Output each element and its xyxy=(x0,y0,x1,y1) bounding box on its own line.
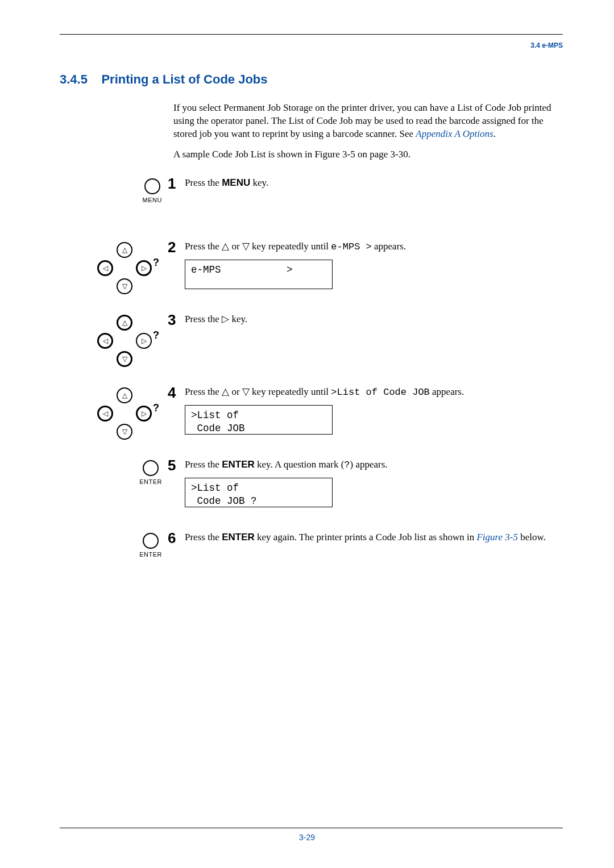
link-appendix-a-options[interactable]: Appendix A Options xyxy=(416,128,493,139)
t: Press the xyxy=(185,532,222,542)
link-figure-3-5[interactable]: Figure 3-5 on page 3-30 xyxy=(314,149,408,160)
right-triangle-icon: ▷ xyxy=(222,314,229,324)
t: appears. xyxy=(372,241,406,252)
step-2: △ ◁ ▷ ▽ ? 2 Press the △ or ▽ key repeate… xyxy=(60,240,563,301)
t: key repeatedly until xyxy=(250,386,331,397)
step-text: Press the ENTER key. A question mark (?)… xyxy=(185,459,388,470)
step-number: 3 xyxy=(168,312,185,327)
bold-key: ENTER xyxy=(222,459,255,470)
lcd-display: >List of Code JOB ? xyxy=(185,478,333,507)
menu-key-icon xyxy=(144,178,160,194)
enter-key-label: ENTER xyxy=(139,478,162,485)
step-1: MENU 1 Press the MENU key. xyxy=(60,176,563,228)
step-text: Press the △ or ▽ key repeatedly until e-… xyxy=(185,241,406,252)
right-key-icon: ▷ xyxy=(136,260,152,276)
step-6: ENTER 6 Press the ENTER key again. The p… xyxy=(60,531,563,576)
t: or xyxy=(229,241,242,252)
up-triangle-icon: △ xyxy=(222,386,229,397)
down-triangle-icon: ▽ xyxy=(242,241,250,252)
t: or xyxy=(229,386,242,397)
sample-paragraph: A sample Code Job List is shown in Figur… xyxy=(173,149,563,160)
t: appears. xyxy=(430,386,464,397)
t: ) appears. xyxy=(350,459,388,470)
t: Press the xyxy=(185,241,222,252)
down-key-icon: ▽ xyxy=(117,278,132,294)
down-key-icon: ▽ xyxy=(117,351,132,367)
t: Press the xyxy=(185,177,222,188)
t: key. xyxy=(250,177,268,188)
t: Press the xyxy=(185,386,222,397)
step-3: △ ◁ ▷ ▽ ? 3 Press the ▷ key. xyxy=(60,312,563,374)
menu-key-label: MENU xyxy=(143,197,162,203)
enter-key-icon xyxy=(143,533,159,549)
left-key-icon: ◁ xyxy=(97,260,113,276)
step-number: 6 xyxy=(168,531,185,545)
sample-text-post: . xyxy=(408,149,410,160)
right-key-icon: ▷ xyxy=(136,406,152,422)
bold-key: MENU xyxy=(222,177,250,188)
t: Press the xyxy=(185,459,222,470)
section-title-text: Printing a List of Code Jobs xyxy=(101,72,267,86)
running-head: 3.4 e-MPS xyxy=(60,41,563,49)
step-4: △ ◁ ▷ ▽ ? 4 Press the △ or ▽ key repeate… xyxy=(60,385,563,446)
section-title: 3.4.5 Printing a List of Code Jobs xyxy=(60,72,563,87)
top-rule xyxy=(60,34,563,35)
t: key. A question mark ( xyxy=(255,459,345,470)
step-text: Press the MENU key. xyxy=(185,177,268,188)
step-5: ENTER 5 Press the ENTER key. A question … xyxy=(60,458,563,519)
left-key-icon: ◁ xyxy=(97,406,113,422)
up-key-icon: △ xyxy=(117,387,132,403)
mono: >List of Code JOB xyxy=(331,387,429,398)
up-triangle-icon: △ xyxy=(222,241,229,252)
question-mark-icon: ? xyxy=(153,329,159,341)
t: below. xyxy=(518,532,546,542)
section-number: 3.4.5 xyxy=(60,72,88,86)
step-number: 5 xyxy=(168,458,185,473)
step-number: 4 xyxy=(168,385,185,400)
lcd-display: e-MPS > xyxy=(185,260,333,289)
up-key-icon: △ xyxy=(117,242,132,258)
step-number: 2 xyxy=(168,240,185,254)
t: key again. The printer prints a Code Job… xyxy=(255,532,477,542)
link-figure-3-5-inline[interactable]: Figure 3-5 xyxy=(476,532,518,542)
down-triangle-icon: ▽ xyxy=(242,386,250,397)
mono: e-MPS > xyxy=(331,241,371,252)
step-text: Press the △ or ▽ key repeatedly until >L… xyxy=(185,386,464,397)
dpad-icon: △ ◁ ▷ ▽ ? xyxy=(94,315,162,372)
question-mark-icon: ? xyxy=(153,402,159,414)
enter-key-icon xyxy=(143,460,159,476)
lcd-display: >List of Code JOB xyxy=(185,405,333,435)
up-key-icon: △ xyxy=(117,315,132,331)
right-key-icon: ▷ xyxy=(136,333,152,349)
left-key-icon: ◁ xyxy=(97,333,113,349)
step-text: Press the ENTER key again. The printer p… xyxy=(185,532,546,542)
intro-paragraph: If you select Permanent Job Storage on t… xyxy=(173,102,554,141)
question-mark-icon: ? xyxy=(153,257,159,269)
mono: ? xyxy=(344,460,350,470)
bottom-rule xyxy=(60,828,563,828)
step-number: 1 xyxy=(168,176,185,191)
step-text: Press the ▷ key. xyxy=(185,314,247,324)
t: key. xyxy=(229,314,247,324)
bold-key: ENTER xyxy=(222,532,255,542)
sample-text-pre: A sample Code Job List is shown in xyxy=(173,149,314,160)
intro-text-post: . xyxy=(493,128,496,139)
t: Press the xyxy=(185,314,222,324)
page-number: 3-29 xyxy=(0,833,614,842)
dpad-icon: △ ◁ ▷ ▽ ? xyxy=(94,242,162,299)
enter-key-label: ENTER xyxy=(139,551,162,558)
dpad-icon: △ ◁ ▷ ▽ ? xyxy=(94,387,162,444)
t: key repeatedly until xyxy=(250,241,331,252)
down-key-icon: ▽ xyxy=(117,424,132,440)
